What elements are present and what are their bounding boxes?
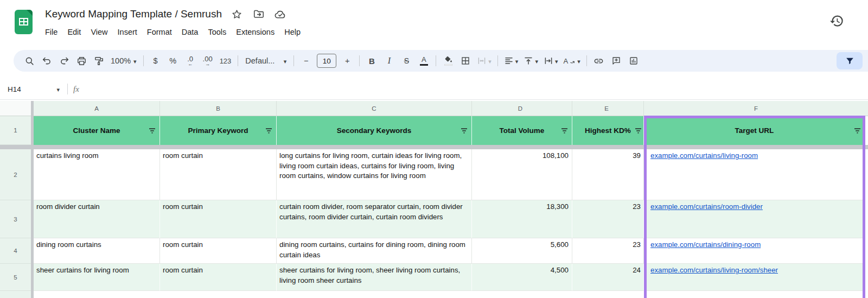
row-header-4[interactable]: 4 <box>0 238 31 264</box>
decrease-font-size-button[interactable]: − <box>298 53 314 69</box>
star-icon[interactable] <box>231 8 244 21</box>
increase-font-size-button[interactable]: + <box>339 53 355 69</box>
row-header-3[interactable]: 3 <box>0 200 31 238</box>
merge-cells-button[interactable] <box>475 53 494 69</box>
filter-icon[interactable] <box>149 128 156 134</box>
column-header-e[interactable]: E <box>572 101 644 116</box>
text-wrap-button[interactable] <box>541 53 560 69</box>
filter-icon[interactable] <box>561 128 568 134</box>
zoom-select[interactable]: 100% <box>108 53 139 69</box>
row-header-1[interactable]: 1 <box>0 116 31 145</box>
filter-icon[interactable] <box>461 128 468 134</box>
cell-e4[interactable]: 23 <box>572 238 644 264</box>
frozen-col-divider[interactable] <box>31 101 34 298</box>
insert-chart-icon[interactable] <box>626 53 642 69</box>
search-icon[interactable] <box>21 53 37 69</box>
menu-edit[interactable]: Edit <box>62 26 86 39</box>
filter-icon[interactable] <box>854 128 861 134</box>
menu-view[interactable]: View <box>86 26 112 39</box>
cell-a5[interactable]: sheer curtains for living room <box>34 264 160 291</box>
cell-a2[interactable]: curtains living room <box>34 149 160 200</box>
cell-c3[interactable]: curtain room divider, room separator cur… <box>277 200 472 238</box>
font-select[interactable]: Defaul... <box>242 53 290 69</box>
cell-e3[interactable]: 23 <box>572 200 644 238</box>
cell-b3[interactable]: room curtain <box>160 200 277 238</box>
column-header-d[interactable]: D <box>472 101 572 116</box>
menu-tools[interactable]: Tools <box>203 26 231 39</box>
text-rotation-button[interactable]: A <box>561 53 582 69</box>
cell-e2[interactable]: 39 <box>572 149 644 200</box>
cell-b4[interactable]: room curtain <box>160 238 277 264</box>
menu-insert[interactable]: Insert <box>113 26 142 39</box>
sheets-logo[interactable] <box>15 10 33 34</box>
cell-b5[interactable]: room curtain <box>160 264 277 291</box>
cell-d3[interactable]: 18,300 <box>472 200 572 238</box>
create-filter-button[interactable] <box>837 52 863 69</box>
cell-c4[interactable]: dining room curtains, curtains for dinin… <box>277 238 472 264</box>
cell-a4[interactable]: dining room curtains <box>34 238 160 264</box>
menu-format[interactable]: Format <box>142 26 177 39</box>
select-all-corner[interactable] <box>0 101 31 116</box>
cell-e1[interactable]: Highest KD% <box>572 116 644 145</box>
cell-c5[interactable]: sheer curtains for living room, sheer li… <box>277 264 472 291</box>
move-to-folder-icon[interactable] <box>252 8 265 21</box>
row-header-5[interactable]: 5 <box>0 264 31 291</box>
undo-icon[interactable] <box>39 53 55 69</box>
cell-a3[interactable]: room divider curtain <box>34 200 160 238</box>
target-url-link[interactable]: example.com/curtains/dining-room <box>650 240 761 249</box>
decrease-decimal-button[interactable]: .0 ← <box>182 53 199 69</box>
more-formats-button[interactable]: 123 <box>217 53 234 69</box>
cell-f5[interactable]: example.com/curtains/living-room/sheer <box>644 264 865 291</box>
vertical-align-button[interactable] <box>521 53 540 69</box>
target-url-link[interactable]: example.com/curtains/living-room <box>650 151 758 160</box>
horizontal-align-button[interactable] <box>502 53 521 69</box>
filter-icon[interactable] <box>265 128 272 134</box>
cell-d4[interactable]: 5,600 <box>472 238 572 264</box>
version-history-icon[interactable] <box>828 12 845 29</box>
borders-icon[interactable] <box>457 53 474 69</box>
partial-row-cells[interactable] <box>34 291 868 298</box>
cell-d1[interactable]: Total Volume <box>472 116 572 145</box>
cell-a1[interactable]: Cluster Name <box>34 116 160 145</box>
target-url-link[interactable]: example.com/curtains/room-divider <box>650 202 763 211</box>
column-header-f[interactable]: F <box>644 101 868 116</box>
cloud-saved-icon[interactable] <box>274 8 287 21</box>
filter-icon[interactable] <box>635 128 642 134</box>
format-percent-button[interactable]: % <box>165 53 181 69</box>
cell-c1[interactable]: Secondary Keywords <box>277 116 472 145</box>
cell-f4[interactable]: example.com/curtains/dining-room <box>644 238 865 264</box>
row-header-6[interactable] <box>0 291 31 298</box>
cell-e5[interactable]: 24 <box>572 264 644 291</box>
target-url-link[interactable]: example.com/curtains/living-room/sheer <box>650 266 778 274</box>
strikethrough-button[interactable]: S <box>398 53 414 69</box>
menu-file[interactable]: File <box>40 26 62 39</box>
text-color-button[interactable]: A <box>416 53 432 69</box>
print-icon[interactable] <box>73 53 90 69</box>
cell-f2[interactable]: example.com/curtains/living-room <box>644 149 865 200</box>
menu-data[interactable]: Data <box>177 26 203 39</box>
menu-extensions[interactable]: Extensions <box>231 26 279 39</box>
increase-decimal-button[interactable]: .00 → <box>200 53 216 69</box>
column-header-a[interactable]: A <box>34 101 160 116</box>
column-header-b[interactable]: B <box>160 101 277 116</box>
cell-d2[interactable]: 108,100 <box>472 149 572 200</box>
menu-help[interactable]: Help <box>279 26 305 39</box>
row-header-2[interactable]: 2 <box>0 149 31 200</box>
font-size-input[interactable]: 10 <box>317 54 336 68</box>
bold-button[interactable]: B <box>363 53 380 69</box>
frozen-row-divider[interactable] <box>0 145 868 149</box>
format-currency-button[interactable]: $ <box>148 53 164 69</box>
fill-color-button[interactable] <box>440 53 456 69</box>
document-title[interactable]: Keyword Mapping Template / Semrush <box>45 8 222 20</box>
cell-c2[interactable]: long curtains for living room, curtain i… <box>277 149 472 200</box>
column-header-c[interactable]: C <box>277 101 472 116</box>
cell-b2[interactable]: room curtain <box>160 149 277 200</box>
cell-f1[interactable]: Target URL <box>644 116 865 145</box>
insert-link-icon[interactable] <box>591 53 607 69</box>
paint-format-icon[interactable] <box>91 53 107 69</box>
cell-f3[interactable]: example.com/curtains/room-divider <box>644 200 865 238</box>
italic-button[interactable]: I <box>381 53 397 69</box>
formula-input[interactable] <box>87 79 868 99</box>
cell-b1[interactable]: Primary Keyword <box>160 116 277 145</box>
redo-icon[interactable] <box>56 53 72 69</box>
